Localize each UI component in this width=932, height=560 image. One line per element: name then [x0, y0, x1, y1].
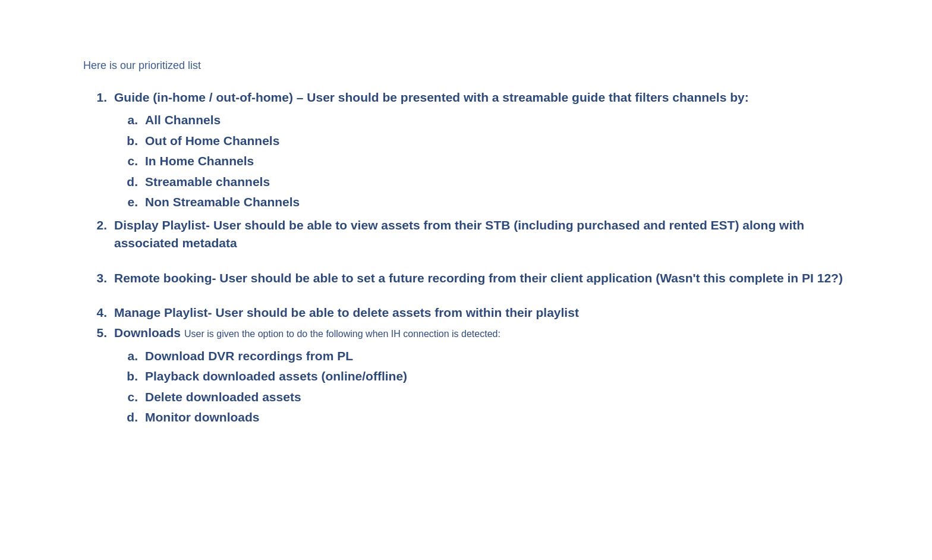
sub-content: Streamable channels — [145, 173, 849, 191]
item-content: Guide (in-home / out-of-home) – User sho… — [114, 89, 849, 214]
sub-letter: d. — [114, 408, 145, 426]
sub-list: a. All Channels b. Out of Home Channels … — [114, 111, 849, 211]
list-item: 3. Remote booking- User should be able t… — [83, 269, 849, 287]
item-number: 2. — [83, 216, 114, 253]
item-label: Downloads — [114, 326, 181, 339]
list-item: a. Download DVR recordings from PL — [114, 347, 849, 365]
sub-content: Playback downloaded assets (online/offli… — [145, 367, 849, 385]
sub-letter: c. — [114, 152, 145, 170]
list-item: b. Playback downloaded assets (online/of… — [114, 367, 849, 385]
item-text: Guide (in-home / out-of-home) – User sho… — [114, 90, 749, 104]
item-content: Remote booking- User should be able to s… — [114, 269, 849, 287]
item-content: Display Playlist- User should be able to… — [114, 216, 849, 253]
sub-letter: b. — [114, 132, 145, 150]
sub-letter: a. — [114, 111, 145, 129]
sub-content: In Home Channels — [145, 152, 849, 170]
sub-letter: c. — [114, 388, 145, 406]
item-number: 4. — [83, 304, 114, 322]
list-item: 1. Guide (in-home / out-of-home) – User … — [83, 89, 849, 214]
list-item: 5. DownloadsUser is given the option to … — [83, 324, 849, 429]
item-number: 1. — [83, 89, 114, 214]
sub-content: All Channels — [145, 111, 849, 129]
list-item: c. In Home Channels — [114, 152, 849, 170]
list-item: d. Streamable channels — [114, 173, 849, 191]
sub-content: Delete downloaded assets — [145, 388, 849, 406]
main-list: 1. Guide (in-home / out-of-home) – User … — [83, 89, 849, 429]
list-item: a. All Channels — [114, 111, 849, 129]
item-text: Display Playlist- User should be able to… — [114, 218, 804, 250]
list-item: c. Delete downloaded assets — [114, 388, 849, 406]
item-content: DownloadsUser is given the option to do … — [114, 324, 849, 429]
list-item: 2. Display Playlist- User should be able… — [83, 216, 849, 253]
list-item: e. Non Streamable Channels — [114, 193, 849, 211]
item-number: 3. — [83, 269, 114, 287]
list-item: 4. Manage Playlist- User should be able … — [83, 304, 849, 322]
sub-letter: a. — [114, 347, 145, 365]
item-note: User is given the option to do the follo… — [184, 329, 500, 339]
sub-content: Monitor downloads — [145, 408, 849, 426]
sub-content: Out of Home Channels — [145, 132, 849, 150]
sub-content: Non Streamable Channels — [145, 193, 849, 211]
item-text: Manage Playlist- User should be able to … — [114, 306, 579, 319]
item-content: Manage Playlist- User should be able to … — [114, 304, 849, 322]
list-item: d. Monitor downloads — [114, 408, 849, 426]
sub-list: a. Download DVR recordings from PL b. Pl… — [114, 347, 849, 427]
sub-letter: e. — [114, 193, 145, 211]
list-item: b. Out of Home Channels — [114, 132, 849, 150]
sub-letter: d. — [114, 173, 145, 191]
sub-content: Download DVR recordings from PL — [145, 347, 849, 365]
intro-text: Here is our prioritized list — [83, 59, 849, 72]
item-number: 5. — [83, 324, 114, 429]
item-text: Remote booking- User should be able to s… — [114, 271, 843, 285]
sub-letter: b. — [114, 367, 145, 385]
